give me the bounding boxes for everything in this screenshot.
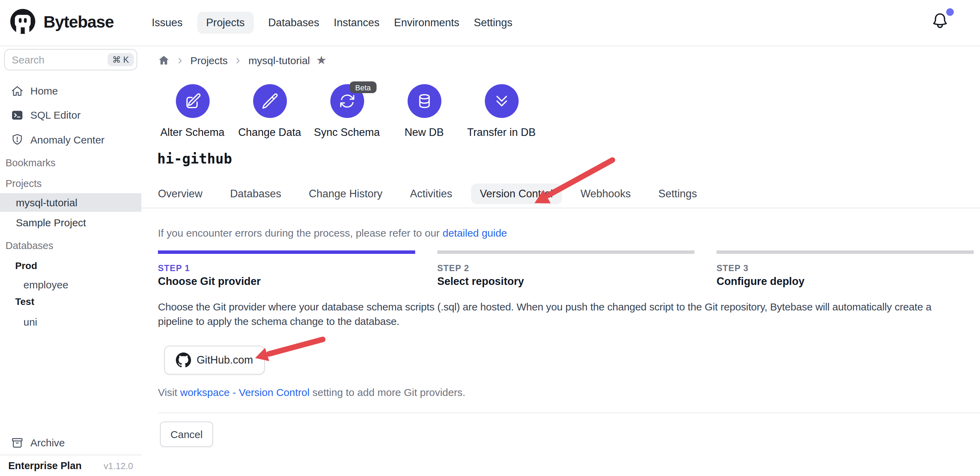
top-navigation: Issues Projects Databases Instances Envi… — [152, 0, 512, 46]
sidebar-item-label: Archive — [30, 437, 65, 448]
step-3-label: STEP 3 — [717, 264, 974, 273]
sidebar-item-label: Anomaly Center — [30, 134, 105, 145]
sidebar-db-uni[interactable]: uni — [0, 312, 142, 331]
page-title: hi-github — [157, 150, 232, 167]
detailed-guide-link[interactable]: detailed guide — [442, 227, 507, 239]
step-3: STEP 3 Configure deploy — [717, 250, 974, 288]
double-chevron-down-icon — [484, 84, 518, 118]
quick-action-change-data[interactable]: Change Data — [235, 84, 304, 139]
quick-action-label: Change Data — [238, 126, 301, 139]
sidebar-env-prod: Prod — [0, 257, 142, 274]
visit-prefix: Visit — [158, 386, 180, 398]
step-description: Choose the Git provider where your datab… — [158, 300, 958, 328]
quick-action-label: Alter Schema — [160, 126, 224, 139]
github-button-label: GitHub.com — [197, 354, 253, 366]
sidebar-item-anomaly-center[interactable]: Anomaly Center — [0, 127, 142, 152]
step-2: STEP 2 Select repository — [437, 250, 694, 288]
step-1-label: STEP 1 — [158, 264, 415, 273]
step-3-title: Configure deploy — [717, 275, 974, 288]
sidebar-project-mysql-tutorial[interactable]: mysql-tutorial — [0, 193, 142, 212]
quick-action-sync-schema[interactable]: Beta Sync Schema — [312, 84, 381, 139]
workspace-version-control-link[interactable]: workspace - Version Control — [180, 386, 309, 398]
sidebar-env-test: Test — [0, 293, 142, 310]
quick-actions: Alter Schema Change Data Beta Sync Schem… — [158, 84, 536, 139]
error-help-prefix: If you encounter errors during the proce… — [158, 227, 442, 239]
brand[interactable]: Bytebase — [8, 8, 114, 37]
search-placeholder: Search — [12, 54, 45, 65]
wizard-steps: STEP 1 Choose Git provider STEP 2 Select… — [158, 250, 974, 288]
sidebar-item-label: Home — [30, 85, 58, 97]
tab-settings[interactable]: Settings — [658, 188, 697, 200]
step-3-progress-bar — [717, 250, 974, 254]
star-icon[interactable]: ★ — [316, 54, 327, 66]
nav-environments[interactable]: Environments — [394, 12, 460, 34]
visit-workspace-text: Visit workspace - Version Control settin… — [158, 386, 466, 398]
step-1-title: Choose Git provider — [158, 275, 415, 288]
main-content: Projects mysql-tutorial ★ Alter Schema — [142, 46, 980, 476]
sidebar-header-bookmarks: Bookmarks — [0, 154, 142, 171]
sidebar-item-label: SQL Editor — [30, 109, 81, 121]
tab-change-history[interactable]: Change History — [309, 188, 382, 200]
sidebar-footer: Enterprise Plan v1.12.0 — [0, 455, 142, 476]
quick-action-label: Transfer in DB — [467, 126, 536, 139]
search-shortcut-badge: ⌘ K — [107, 53, 134, 66]
nav-projects[interactable]: Projects — [197, 12, 254, 34]
sidebar-header-projects: Projects — [0, 175, 142, 192]
quick-action-new-db[interactable]: New DB — [390, 84, 459, 139]
sidebar-header-databases: Databases — [0, 237, 142, 254]
top-header: Bytebase Issues Projects Databases Insta… — [0, 0, 980, 46]
step-2-progress-bar — [437, 250, 694, 254]
quick-action-alter-schema[interactable]: Alter Schema — [158, 84, 227, 139]
chevron-right-icon — [234, 56, 242, 65]
breadcrumb-projects[interactable]: Projects — [190, 54, 228, 66]
step-1: STEP 1 Choose Git provider — [158, 250, 415, 288]
bytebase-logo-icon — [8, 8, 37, 37]
sidebar-db-employee[interactable]: employee — [0, 275, 142, 293]
tab-webhooks[interactable]: Webhooks — [580, 188, 631, 200]
pencil-icon — [253, 84, 286, 118]
tab-databases[interactable]: Databases — [230, 188, 281, 200]
brand-name: Bytebase — [43, 13, 114, 32]
breadcrumb-current-project[interactable]: mysql-tutorial — [248, 54, 310, 66]
sidebar-item-sql-editor[interactable]: SQL Editor — [0, 103, 142, 127]
error-help-text: If you encounter errors during the proce… — [158, 227, 507, 239]
home-icon — [11, 84, 24, 97]
plan-name: Enterprise Plan — [8, 460, 82, 471]
bytebase-app: Bytebase Issues Projects Databases Insta… — [0, 0, 980, 476]
notification-dot — [946, 8, 954, 16]
nav-instances[interactable]: Instances — [334, 12, 380, 34]
shield-exclamation-icon — [11, 133, 24, 146]
breadcrumb: Projects mysql-tutorial ★ — [158, 54, 326, 66]
step-2-title: Select repository — [437, 275, 694, 288]
project-tabs: Overview Databases Change History Activi… — [158, 183, 697, 204]
breadcrumb-home-icon[interactable] — [158, 54, 170, 66]
app-version: v1.12.0 — [104, 460, 133, 471]
github-icon — [176, 352, 191, 368]
quick-action-transfer-in-db[interactable]: Transfer in DB — [467, 84, 536, 139]
step-2-label: STEP 2 — [437, 264, 694, 273]
nav-issues[interactable]: Issues — [152, 12, 183, 34]
quick-action-label: Sync Schema — [314, 126, 380, 139]
tab-activities[interactable]: Activities — [410, 188, 452, 200]
visit-suffix: setting to add more Git providers. — [310, 386, 466, 398]
chevron-right-icon — [176, 56, 184, 65]
quick-action-label: New DB — [404, 126, 444, 139]
terminal-icon — [11, 109, 24, 121]
edit-square-icon — [175, 84, 209, 118]
nav-databases[interactable]: Databases — [268, 12, 319, 34]
nav-settings[interactable]: Settings — [474, 12, 512, 34]
tab-overview[interactable]: Overview — [158, 188, 202, 200]
sidebar-project-sample[interactable]: Sample Project — [0, 213, 142, 232]
step-1-progress-bar — [158, 250, 415, 254]
cancel-button[interactable]: Cancel — [160, 422, 213, 447]
notification-bell-icon[interactable] — [931, 12, 952, 32]
sidebar-item-home[interactable]: Home — [0, 79, 142, 103]
github-provider-button[interactable]: GitHub.com — [164, 345, 265, 374]
tab-version-control[interactable]: Version Control — [471, 183, 562, 204]
search-input[interactable]: Search ⌘ K — [4, 49, 137, 70]
footer-divider — [158, 412, 980, 413]
sidebar: Search ⌘ K Home SQL Editor — [0, 46, 142, 476]
archive-box-icon — [11, 436, 24, 449]
sidebar-item-archive[interactable]: Archive — [0, 430, 142, 455]
beta-badge: Beta — [350, 81, 376, 93]
